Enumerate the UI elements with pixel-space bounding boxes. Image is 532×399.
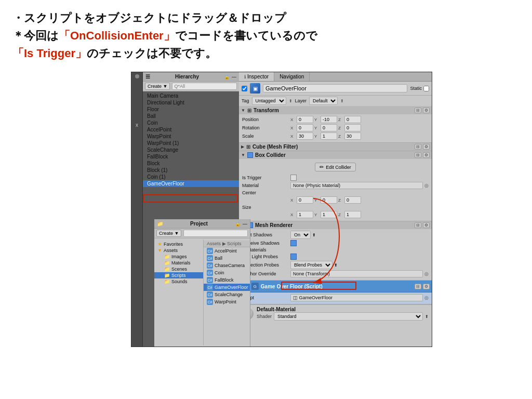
cast-shadows-select[interactable]: On (290, 231, 311, 239)
h-item-dir-light[interactable]: Directional Light (143, 99, 239, 106)
is-trigger-checkbox[interactable] (290, 175, 297, 181)
receive-shadows-checkbox[interactable] (290, 240, 297, 246)
mesh-renderer-icon2[interactable]: ⚙ (423, 222, 430, 228)
box-collider-icon2[interactable]: ⚙ (423, 152, 430, 158)
material-name: Default-Material (257, 307, 429, 312)
rotation-row: Rotation X Y Z (242, 124, 429, 132)
anchor-override-icon[interactable]: ◎ (424, 271, 429, 276)
scale-y-input[interactable] (321, 132, 337, 140)
project-create-btn[interactable]: Create ▼ (156, 230, 181, 237)
transform-header[interactable]: ▼ ⊞ Transform ⊟ ⚙ (239, 107, 432, 114)
rot-z-label: Z (338, 126, 343, 130)
project-favorites[interactable]: ★ Favorites (154, 241, 203, 247)
project-search[interactable] (183, 230, 248, 237)
script-scalechange[interactable]: C#ScaleChange (204, 291, 250, 298)
h-item-coin1[interactable]: Coin (1) (143, 174, 239, 180)
project-sounds[interactable]: 📁Sounds (154, 278, 203, 285)
scale-row: Scale X Y Z (242, 132, 429, 140)
mesh-filter-arrow: ▶ (241, 144, 244, 149)
h-item-ball[interactable]: Ball (143, 113, 239, 119)
script-coin[interactable]: C#Coin (204, 269, 250, 276)
mesh-filter-title: Cube (Mesh Filter) (252, 144, 413, 150)
project-tree: ★ Favorites ▼ Assets 📁Images 📁Materials (154, 238, 250, 347)
mesh-filter-icon1[interactable]: ⊟ (415, 144, 421, 150)
rot-z-input[interactable] (344, 124, 361, 131)
project-toolbar: Create ▼ (154, 229, 250, 238)
size-y-label: Y (314, 212, 320, 217)
center-z-input[interactable] (344, 196, 361, 204)
static-checkbox[interactable] (423, 86, 429, 91)
tab-navigation[interactable]: Navigation (274, 72, 310, 81)
size-x-input[interactable] (297, 211, 313, 218)
h-item-block[interactable]: Block (143, 160, 239, 167)
h-item-floor[interactable]: Floor (143, 106, 239, 113)
project-menu-icon[interactable]: — (243, 221, 247, 227)
h-item-gameoverfloor[interactable]: GameOverFloor (143, 180, 239, 187)
size-y-input[interactable] (321, 211, 337, 218)
mesh-renderer-header[interactable]: ▼ Mesh Renderer ⊟ ⚙ (239, 221, 432, 229)
line2-red: 「OnCollisionEnter」 (59, 29, 175, 42)
gameover-script-icon1[interactable]: ⊟ (415, 284, 421, 289)
script-ref-icon[interactable]: ◎ (424, 295, 429, 300)
project-scripts[interactable]: 📁Scripts (154, 272, 203, 278)
tag-select[interactable]: Untagged (252, 97, 286, 105)
h-item-scalechange[interactable]: ScaleChange (143, 147, 239, 153)
center-y-input[interactable] (321, 196, 337, 204)
project-title: Project (190, 221, 208, 227)
script-warppoint[interactable]: C#WarpPoint (204, 298, 250, 305)
size-z-input[interactable] (344, 211, 361, 218)
mesh-renderer-icon1[interactable]: ⊟ (415, 222, 421, 228)
box-collider-enable-checkbox[interactable] (247, 152, 253, 158)
mesh-filter-header[interactable]: ▶ ⊞ Cube (Mesh Filter) ⊟ ⚙ (239, 143, 432, 151)
h-item-main-camera[interactable]: Main Camera (143, 92, 239, 99)
transform-icon-btn2[interactable]: ⚙ (423, 108, 430, 113)
object-active-checkbox[interactable] (242, 86, 247, 91)
scale-x-label: X (290, 134, 296, 139)
layer-select[interactable]: Default (309, 97, 338, 105)
pos-y-input[interactable] (321, 116, 337, 123)
center-x-input[interactable] (297, 196, 313, 204)
shader-select[interactable]: Standard (274, 312, 423, 321)
h-item-coin[interactable]: Coin (143, 119, 239, 126)
gameover-script-icon2[interactable]: ⚙ (423, 284, 430, 289)
script-chasecamera[interactable]: C#ChaseCamera (204, 262, 250, 269)
project-assets-root[interactable]: ▼ Assets (154, 247, 203, 254)
project-lock-icon[interactable]: 🔒 (235, 221, 241, 227)
project-images[interactable]: 📁Images (154, 254, 203, 260)
project-scenes[interactable]: 📁Scenes (154, 266, 203, 272)
mesh-filter-component: ▶ ⊞ Cube (Mesh Filter) ⊟ ⚙ (239, 143, 432, 151)
reflection-probes-select[interactable]: Blend Probes (290, 261, 332, 269)
hierarchy-lock-icon[interactable]: 🔒 (224, 74, 230, 79)
edit-collider-btn[interactable]: ✏ Edit Collider (315, 163, 356, 171)
object-name-input[interactable] (263, 84, 407, 92)
script-accelpoint[interactable]: C#AccelPoint (204, 247, 250, 255)
mesh-filter-icon2[interactable]: ⚙ (423, 144, 430, 150)
project-materials[interactable]: 📁Materials (154, 260, 203, 266)
transform-icon-btn1[interactable]: ⊟ (415, 108, 421, 113)
light-probes-checkbox[interactable] (290, 254, 297, 260)
bc-material-icon[interactable]: ◎ (424, 183, 429, 188)
pos-x-input[interactable] (297, 116, 313, 123)
rot-x-input[interactable] (297, 124, 313, 131)
scale-x-input[interactable] (297, 132, 313, 140)
hierarchy-menu-icon[interactable]: — (232, 74, 236, 79)
h-item-block1[interactable]: Block (1) (143, 167, 239, 174)
h-item-warppoint1[interactable]: WarpPoint (1) (143, 140, 239, 147)
script-gameoverfloor[interactable]: C#GameOverFloor (204, 284, 250, 291)
mesh-renderer-component: ▼ Mesh Renderer ⊟ ⚙ Cast Shadows On ⬆ (239, 221, 432, 281)
scale-z-input[interactable] (344, 132, 361, 140)
hierarchy-search[interactable] (172, 83, 237, 90)
box-collider-header[interactable]: ▼ Box Collider ⊟ ⚙ (239, 151, 432, 159)
rot-y-input[interactable] (321, 124, 337, 131)
left-panels: ☰ Hierarchy 🔒 — Create ▼ Main Camera Dir… (143, 72, 239, 347)
h-item-fallblock[interactable]: FallBlock (143, 153, 239, 160)
tab-inspector[interactable]: ℹ Inspector (239, 72, 274, 81)
script-ball[interactable]: C#Ball (204, 255, 250, 262)
box-collider-icon1[interactable]: ⊟ (415, 152, 421, 158)
hierarchy-create-btn[interactable]: Create ▼ (145, 83, 170, 90)
h-item-accelpoint[interactable]: AccelPoint (143, 126, 239, 133)
script-fallblock[interactable]: C#FallBlock (204, 276, 250, 284)
h-item-warppoint[interactable]: WarpPoint (143, 133, 239, 140)
pos-z-input[interactable] (344, 116, 361, 123)
gameover-script-header[interactable]: ▼ G Game Over Floor (Script) ⊟ ⚙ (239, 281, 432, 292)
